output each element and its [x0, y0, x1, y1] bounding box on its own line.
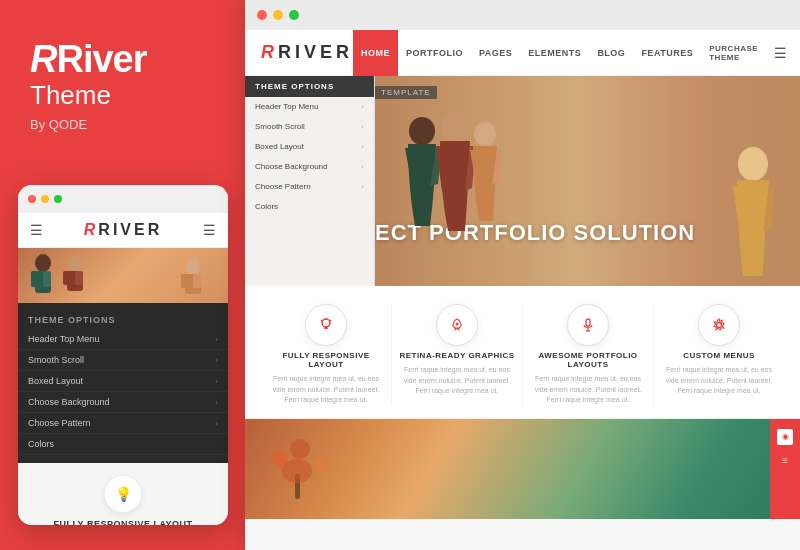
svg-point-13 — [441, 111, 469, 141]
feature-menus: CUSTOM MENUS Ferri raque integre mea ut,… — [654, 304, 784, 406]
svg-point-14 — [474, 122, 496, 146]
mobile-hamburger-left-icon[interactable]: ☰ — [30, 222, 43, 238]
svg-point-0 — [35, 254, 51, 272]
bottom-icon-1: ◉ — [777, 429, 793, 445]
feature-icon-responsive — [305, 304, 347, 346]
mobile-sidebar-title: THEME OPTIONS — [18, 311, 228, 329]
nav-items: HOME PORTFOLIO PAGES ELEMENTS BLOG FEATU… — [353, 30, 766, 76]
chevron-icon: › — [215, 398, 218, 407]
svg-point-21 — [456, 323, 459, 326]
feature-responsive: FULLY RESPONSIVE LAYOUT Ferri raque inte… — [261, 304, 392, 406]
theme-option-choose-pattern[interactable]: Choose Pattern › — [245, 177, 374, 197]
svg-point-8 — [186, 259, 200, 275]
rocket-icon — [449, 317, 465, 333]
svg-rect-3 — [43, 271, 51, 287]
feature-title-portfolio: AWESOME PORTFOLIO LAYOUTS — [529, 351, 647, 369]
mobile-logo: RRIVER — [84, 221, 162, 239]
nav-item-blog[interactable]: BLOG — [589, 30, 633, 76]
svg-rect-10 — [181, 274, 189, 288]
svg-point-15 — [738, 147, 768, 181]
theme-options-panel: THEME OPTIONS Header Top Menu › Smooth S… — [245, 76, 375, 286]
hero-figure-right — [725, 136, 780, 286]
chevron-icon: › — [215, 335, 218, 344]
mobile-sidebar-item-1[interactable]: Header Top Menu› — [18, 329, 228, 350]
svg-point-30 — [282, 459, 312, 483]
desktop-dot-yellow — [273, 10, 283, 20]
chevron-right-icon: › — [361, 122, 364, 131]
nav-item-purchase[interactable]: PURCHASE THEME — [701, 30, 766, 76]
feature-text-menus: Ferri raque integre mea ut, eu eos vide … — [660, 365, 778, 397]
mobile-feature-title: FULLY RESPONSIVE LAYOUT — [53, 519, 192, 525]
svg-point-16 — [322, 319, 330, 327]
theme-option-choose-bg[interactable]: Choose Background › — [245, 157, 374, 177]
desktop-logo: RRIVER — [261, 42, 353, 63]
desktop-mockup: RRIVER HOME PORTFOLIO PAGES ELEMENTS BLO… — [245, 0, 800, 550]
mobile-sidebar: THEME OPTIONS Header Top Menu› Smooth Sc… — [18, 303, 228, 463]
hero-figure-3 — [173, 258, 213, 303]
svg-point-25 — [717, 323, 722, 328]
mobile-dot-red — [28, 195, 36, 203]
lightbulb-icon — [318, 317, 334, 333]
svg-rect-7 — [75, 271, 83, 285]
svg-line-19 — [321, 320, 322, 321]
theme-options-title: THEME OPTIONS — [245, 76, 374, 97]
chevron-icon: › — [215, 356, 218, 365]
chevron-right-icon: › — [361, 182, 364, 191]
nav-item-home[interactable]: HOME — [353, 30, 398, 76]
mobile-sidebar-item-5[interactable]: Choose Pattern› — [18, 413, 228, 434]
feature-icon-menus — [698, 304, 740, 346]
svg-rect-22 — [586, 319, 590, 326]
chevron-right-icon: › — [361, 142, 364, 151]
mobile-sidebar-item-4[interactable]: Choose Background› — [18, 392, 228, 413]
svg-rect-17 — [324, 327, 328, 329]
left-panel: RRiver Theme By QODE ☰ RRIVER ☰ — [0, 0, 245, 550]
mobile-hamburger-right-icon[interactable]: ☰ — [203, 222, 216, 238]
svg-point-27 — [290, 439, 310, 459]
mobile-content-area: 💡 FULLY RESPONSIVE LAYOUT Ferri raque in… — [18, 463, 228, 525]
bottom-icon-2: ≡ — [777, 453, 793, 469]
nav-item-features[interactable]: FEATURES — [633, 30, 701, 76]
theme-option-smooth-scroll[interactable]: Smooth Scroll › — [245, 117, 374, 137]
mobile-sidebar-item-2[interactable]: Smooth Scroll› — [18, 350, 228, 371]
nav-item-elements[interactable]: ELEMENTS — [520, 30, 589, 76]
svg-rect-2 — [31, 271, 39, 287]
svg-rect-6 — [63, 271, 71, 285]
gear-icon — [711, 317, 727, 333]
mobile-sidebar-item-6[interactable]: Colors — [18, 434, 228, 455]
nav-hamburger-icon[interactable]: ☰ — [774, 45, 787, 61]
brand-title: RRiver — [30, 40, 215, 78]
desktop-top-bar — [245, 0, 800, 30]
nav-item-pages[interactable]: PAGES — [471, 30, 520, 76]
bottom-overlay-red: ◉ ≡ — [770, 419, 800, 519]
hero-figure-group — [400, 96, 500, 286]
desktop-nav: RRIVER HOME PORTFOLIO PAGES ELEMENTS BLO… — [245, 30, 800, 76]
feature-title-menus: CUSTOM MENUS — [683, 351, 755, 360]
chevron-icon: › — [215, 419, 218, 428]
mobile-sidebar-item-3[interactable]: Boxed Layout› — [18, 371, 228, 392]
svg-line-20 — [330, 320, 331, 321]
mobile-top-bar — [18, 185, 228, 213]
feature-text-retina: Ferri raque integre mea ut, eu eos vide … — [398, 365, 516, 397]
brand-by: By QODE — [30, 117, 215, 132]
chevron-right-icon: › — [361, 162, 364, 171]
nav-item-portfolio[interactable]: PORTFOLIO — [398, 30, 471, 76]
theme-option-colors[interactable]: Colors — [245, 197, 374, 217]
feature-icon-portfolio — [567, 304, 609, 346]
svg-rect-11 — [193, 274, 201, 288]
mobile-feature-icon: 💡 — [104, 475, 142, 513]
theme-option-boxed-layout[interactable]: Boxed Layout › — [245, 137, 374, 157]
desktop-dot-red — [257, 10, 267, 20]
feature-title-responsive: FULLY RESPONSIVE LAYOUT — [267, 351, 385, 369]
feature-title-retina: RETINA-READY GRAPHICS — [399, 351, 514, 360]
desktop-dot-green — [289, 10, 299, 20]
mobile-mockup: ☰ RRIVER ☰ — [18, 185, 228, 525]
chevron-right-icon: › — [361, 102, 364, 111]
mobile-hero — [18, 248, 228, 303]
feature-retina: RETINA-READY GRAPHICS Ferri raque integr… — [392, 304, 523, 406]
mobile-dot-green — [54, 195, 62, 203]
features-section: FULLY RESPONSIVE LAYOUT Ferri raque inte… — [245, 286, 800, 419]
hero-figure-2 — [53, 255, 98, 303]
desktop-hero: THEME OPTIONS Header Top Menu › Smooth S… — [245, 76, 800, 286]
chevron-icon: › — [215, 377, 218, 386]
theme-option-header-top-menu[interactable]: Header Top Menu › — [245, 97, 374, 117]
